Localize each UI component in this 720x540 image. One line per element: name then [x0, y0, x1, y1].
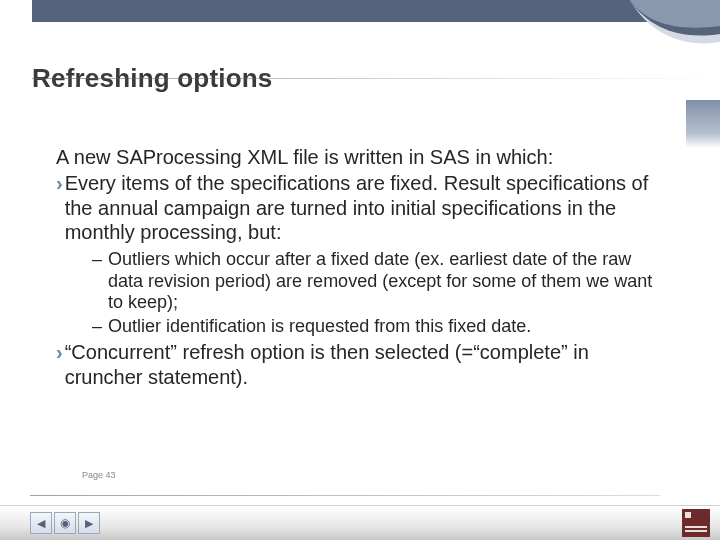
logo-top-arc — [630, 0, 720, 50]
dash-icon: – — [92, 249, 102, 315]
slide-body: A new SAProcessing XML file is written i… — [56, 145, 665, 393]
svg-rect-3 — [685, 530, 707, 532]
home-button[interactable]: ◉ — [54, 512, 76, 534]
bullet-item: › “Concurrent” refresh option is then se… — [56, 340, 665, 389]
chevron-right-icon: › — [56, 340, 63, 389]
svg-rect-2 — [685, 526, 707, 528]
dash-icon: – — [92, 316, 102, 338]
insee-logo — [682, 509, 710, 537]
page-number: Page 43 — [82, 470, 116, 480]
side-gradient-panel — [686, 100, 720, 148]
chevron-right-icon: › — [56, 171, 63, 244]
sub-text: Outlier identification is requested from… — [108, 316, 665, 338]
next-slide-button[interactable]: ▶ — [78, 512, 100, 534]
footer-divider — [30, 495, 660, 496]
sub-list: – Outliers which occur after a fixed dat… — [92, 249, 665, 339]
sub-text: Outliers which occur after a fixed date … — [108, 249, 665, 315]
sub-item: – Outlier identification is requested fr… — [92, 316, 665, 338]
footer-bar — [0, 505, 720, 540]
triangle-right-icon: ▶ — [85, 517, 93, 530]
slide: Refreshing options A new SAProcessing XM… — [0, 0, 720, 540]
sub-item: – Outliers which occur after a fixed dat… — [92, 249, 665, 315]
prev-slide-button[interactable]: ◀ — [30, 512, 52, 534]
triangle-left-icon: ◀ — [37, 517, 45, 530]
intro-line: A new SAProcessing XML file is written i… — [56, 145, 665, 169]
bullet-text: “Concurrent” refresh option is then sele… — [65, 340, 665, 389]
home-icon: ◉ — [60, 516, 70, 530]
bullet-text: Every items of the specifications are fi… — [65, 171, 665, 244]
nav-controls: ◀ ◉ ▶ — [30, 512, 100, 534]
svg-rect-1 — [685, 512, 691, 518]
header-bar — [32, 0, 720, 22]
title-underline — [32, 78, 720, 79]
bullet-item: › Every items of the specifications are … — [56, 171, 665, 244]
